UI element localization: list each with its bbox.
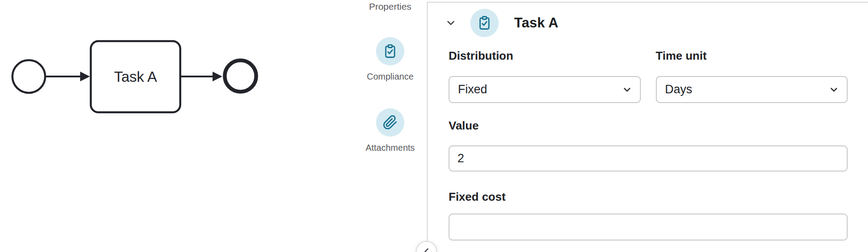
time-unit-field: Time unit Days [656,49,848,103]
distribution-select[interactable]: Fixed [449,76,641,103]
start-event[interactable] [12,60,45,93]
tab-properties[interactable]: Properties [369,1,411,12]
tab-compliance-label: Compliance [367,71,414,82]
sidebar-rail: Properties Compliance Attachments [353,0,427,252]
time-unit-select-value: Days [665,83,829,96]
tab-compliance[interactable]: Compliance [367,37,414,82]
chevron-left-icon [421,246,432,252]
panel-header: Task A [428,3,868,37]
task-node[interactable]: Task A [91,41,180,112]
task-node-label: Task A [114,69,157,85]
distribution-label: Distribution [449,49,641,63]
value-input[interactable] [449,145,848,172]
fixed-cost-input[interactable] [449,214,848,241]
sequence-flow-2[interactable] [180,72,222,81]
sequence-flow-1[interactable] [46,72,90,81]
panel-title: Task A [514,15,558,31]
fixed-cost-label: Fixed cost [449,190,848,204]
end-event[interactable] [225,61,256,92]
clipboard-check-icon [376,37,404,65]
task-type-clipboard-icon [470,9,499,37]
tab-attachments-label: Attachments [365,142,415,153]
distribution-field: Distribution Fixed [449,49,641,103]
chevron-down-icon [829,84,839,95]
chevron-down-icon [622,84,632,95]
bpmn-canvas[interactable]: Task A [0,0,341,252]
value-label: Value [449,118,848,133]
collapse-section-button[interactable] [445,17,457,29]
properties-form: Distribution Fixed Time unit Days V [449,49,848,241]
tab-attachments[interactable]: Attachments [365,108,415,153]
time-unit-select[interactable]: Days [656,76,848,103]
chevron-down-icon [445,17,457,29]
paperclip-icon [376,108,404,137]
distribution-select-value: Fixed [458,83,622,96]
properties-panel: Task A Distribution Fixed Time unit Days [427,2,868,252]
time-unit-label: Time unit [656,49,848,63]
